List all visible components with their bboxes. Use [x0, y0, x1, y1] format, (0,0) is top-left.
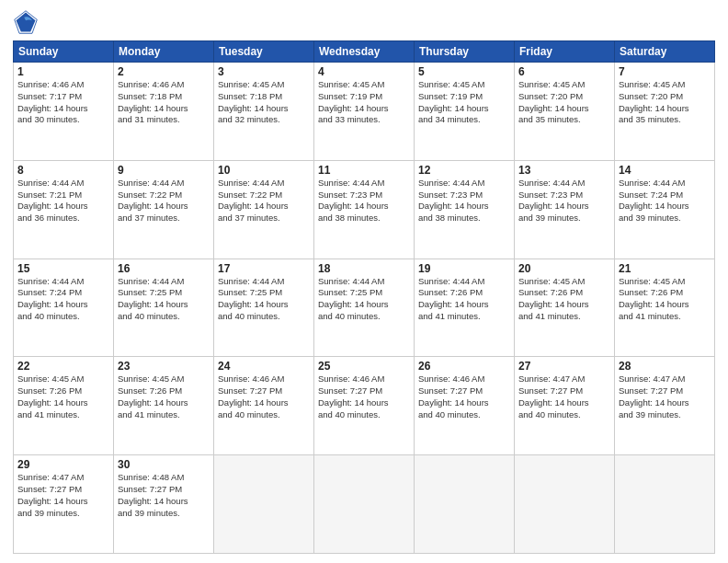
calendar-cell: 19Sunrise: 4:44 AM Sunset: 7:26 PM Dayli… — [415, 259, 515, 357]
calendar-cell: 27Sunrise: 4:47 AM Sunset: 7:27 PM Dayli… — [515, 357, 615, 455]
calendar-cell: 2Sunrise: 4:46 AM Sunset: 7:18 PM Daylig… — [114, 63, 214, 161]
col-monday: Monday — [114, 41, 214, 63]
calendar-cell: 20Sunrise: 4:45 AM Sunset: 7:26 PM Dayli… — [515, 259, 615, 357]
calendar-cell — [314, 455, 415, 554]
day-number: 17 — [218, 262, 310, 275]
calendar-cell: 10Sunrise: 4:44 AM Sunset: 7:22 PM Dayli… — [214, 160, 314, 259]
calendar-cell: 25Sunrise: 4:46 AM Sunset: 7:27 PM Dayli… — [314, 357, 415, 455]
calendar-cell: 5Sunrise: 4:45 AM Sunset: 7:19 PM Daylig… — [415, 63, 515, 161]
day-info: Sunrise: 4:47 AM Sunset: 7:27 PM Dayligh… — [17, 472, 109, 519]
col-saturday: Saturday — [615, 41, 715, 63]
day-info: Sunrise: 4:46 AM Sunset: 7:17 PM Dayligh… — [17, 79, 109, 126]
day-number: 24 — [218, 360, 310, 373]
calendar-cell: 17Sunrise: 4:44 AM Sunset: 7:25 PM Dayli… — [214, 259, 314, 357]
col-wednesday: Wednesday — [314, 41, 415, 63]
calendar-cell: 11Sunrise: 4:44 AM Sunset: 7:23 PM Dayli… — [314, 160, 415, 259]
calendar-cell: 9Sunrise: 4:44 AM Sunset: 7:22 PM Daylig… — [114, 160, 214, 259]
day-info: Sunrise: 4:46 AM Sunset: 7:27 PM Dayligh… — [218, 373, 310, 420]
calendar-cell — [615, 455, 715, 554]
day-info: Sunrise: 4:47 AM Sunset: 7:27 PM Dayligh… — [518, 373, 610, 420]
page: Sunday Monday Tuesday Wednesday Thursday… — [0, 0, 728, 563]
svg-marker-0 — [17, 13, 36, 32]
calendar-cell: 28Sunrise: 4:47 AM Sunset: 7:27 PM Dayli… — [615, 357, 715, 455]
day-number: 26 — [418, 360, 510, 373]
logo-icon — [13, 9, 39, 35]
day-number: 25 — [318, 360, 410, 373]
calendar-week-1: 1Sunrise: 4:46 AM Sunset: 7:17 PM Daylig… — [14, 63, 715, 161]
calendar-cell: 16Sunrise: 4:44 AM Sunset: 7:25 PM Dayli… — [114, 259, 214, 357]
day-number: 27 — [518, 360, 610, 373]
day-number: 7 — [619, 65, 711, 78]
day-info: Sunrise: 4:44 AM Sunset: 7:23 PM Dayligh… — [518, 178, 610, 224]
header-row: Sunday Monday Tuesday Wednesday Thursday… — [14, 41, 715, 63]
col-thursday: Thursday — [415, 41, 515, 63]
calendar-cell: 22Sunrise: 4:45 AM Sunset: 7:26 PM Dayli… — [14, 357, 114, 455]
calendar-cell: 7Sunrise: 4:45 AM Sunset: 7:20 PM Daylig… — [615, 63, 715, 161]
day-info: Sunrise: 4:45 AM Sunset: 7:26 PM Dayligh… — [619, 276, 711, 323]
header — [13, 9, 715, 35]
day-info: Sunrise: 4:44 AM Sunset: 7:22 PM Dayligh… — [218, 178, 310, 224]
day-number: 5 — [418, 65, 510, 78]
day-number: 3 — [218, 65, 310, 78]
day-number: 28 — [619, 360, 711, 373]
day-info: Sunrise: 4:45 AM Sunset: 7:20 PM Dayligh… — [619, 79, 711, 126]
day-number: 2 — [118, 65, 210, 78]
day-number: 10 — [218, 164, 310, 177]
day-number: 18 — [318, 262, 410, 275]
day-info: Sunrise: 4:44 AM Sunset: 7:25 PM Dayligh… — [218, 276, 310, 323]
calendar-cell: 23Sunrise: 4:45 AM Sunset: 7:26 PM Dayli… — [114, 357, 214, 455]
calendar-cell: 21Sunrise: 4:45 AM Sunset: 7:26 PM Dayli… — [615, 259, 715, 357]
calendar-cell — [515, 455, 615, 554]
calendar-cell: 15Sunrise: 4:44 AM Sunset: 7:24 PM Dayli… — [14, 259, 114, 357]
day-number: 20 — [518, 262, 610, 275]
calendar-cell: 3Sunrise: 4:45 AM Sunset: 7:18 PM Daylig… — [214, 63, 314, 161]
day-info: Sunrise: 4:44 AM Sunset: 7:23 PM Dayligh… — [318, 178, 410, 224]
day-info: Sunrise: 4:44 AM Sunset: 7:21 PM Dayligh… — [17, 178, 109, 224]
day-number: 6 — [518, 65, 610, 78]
day-number: 30 — [118, 458, 210, 471]
day-info: Sunrise: 4:48 AM Sunset: 7:27 PM Dayligh… — [118, 472, 210, 519]
calendar-cell: 6Sunrise: 4:45 AM Sunset: 7:20 PM Daylig… — [515, 63, 615, 161]
day-info: Sunrise: 4:45 AM Sunset: 7:20 PM Dayligh… — [518, 79, 610, 126]
day-number: 8 — [17, 164, 109, 177]
day-info: Sunrise: 4:46 AM Sunset: 7:18 PM Dayligh… — [118, 79, 210, 126]
day-info: Sunrise: 4:44 AM Sunset: 7:26 PM Dayligh… — [418, 276, 510, 323]
day-info: Sunrise: 4:45 AM Sunset: 7:26 PM Dayligh… — [118, 373, 210, 420]
day-info: Sunrise: 4:44 AM Sunset: 7:23 PM Dayligh… — [418, 178, 510, 224]
calendar-cell: 13Sunrise: 4:44 AM Sunset: 7:23 PM Dayli… — [515, 160, 615, 259]
day-info: Sunrise: 4:47 AM Sunset: 7:27 PM Dayligh… — [619, 373, 711, 420]
calendar-week-2: 8Sunrise: 4:44 AM Sunset: 7:21 PM Daylig… — [14, 160, 715, 259]
day-number: 9 — [118, 164, 210, 177]
col-friday: Friday — [515, 41, 615, 63]
day-number: 14 — [619, 164, 711, 177]
day-number: 15 — [17, 262, 109, 275]
col-sunday: Sunday — [14, 41, 114, 63]
day-info: Sunrise: 4:44 AM Sunset: 7:24 PM Dayligh… — [619, 178, 711, 224]
day-info: Sunrise: 4:45 AM Sunset: 7:19 PM Dayligh… — [318, 79, 410, 126]
day-number: 11 — [318, 164, 410, 177]
day-info: Sunrise: 4:46 AM Sunset: 7:27 PM Dayligh… — [418, 373, 510, 420]
day-info: Sunrise: 4:45 AM Sunset: 7:19 PM Dayligh… — [418, 79, 510, 126]
day-number: 21 — [619, 262, 711, 275]
day-info: Sunrise: 4:46 AM Sunset: 7:27 PM Dayligh… — [318, 373, 410, 420]
day-info: Sunrise: 4:44 AM Sunset: 7:25 PM Dayligh… — [118, 276, 210, 323]
day-number: 13 — [518, 164, 610, 177]
calendar-week-3: 15Sunrise: 4:44 AM Sunset: 7:24 PM Dayli… — [14, 259, 715, 357]
calendar-cell — [415, 455, 515, 554]
day-info: Sunrise: 4:44 AM Sunset: 7:24 PM Dayligh… — [17, 276, 109, 323]
calendar-week-5: 29Sunrise: 4:47 AM Sunset: 7:27 PM Dayli… — [14, 455, 715, 554]
day-number: 29 — [17, 458, 109, 471]
day-info: Sunrise: 4:45 AM Sunset: 7:26 PM Dayligh… — [17, 373, 109, 420]
calendar-cell: 26Sunrise: 4:46 AM Sunset: 7:27 PM Dayli… — [415, 357, 515, 455]
day-info: Sunrise: 4:45 AM Sunset: 7:18 PM Dayligh… — [218, 79, 310, 126]
logo — [13, 9, 42, 35]
calendar-cell: 18Sunrise: 4:44 AM Sunset: 7:25 PM Dayli… — [314, 259, 415, 357]
day-number: 16 — [118, 262, 210, 275]
calendar-cell: 29Sunrise: 4:47 AM Sunset: 7:27 PM Dayli… — [14, 455, 114, 554]
calendar-cell: 8Sunrise: 4:44 AM Sunset: 7:21 PM Daylig… — [14, 160, 114, 259]
day-info: Sunrise: 4:45 AM Sunset: 7:26 PM Dayligh… — [518, 276, 610, 323]
day-number: 23 — [118, 360, 210, 373]
col-tuesday: Tuesday — [214, 41, 314, 63]
calendar-cell — [214, 455, 314, 554]
day-info: Sunrise: 4:44 AM Sunset: 7:25 PM Dayligh… — [318, 276, 410, 323]
